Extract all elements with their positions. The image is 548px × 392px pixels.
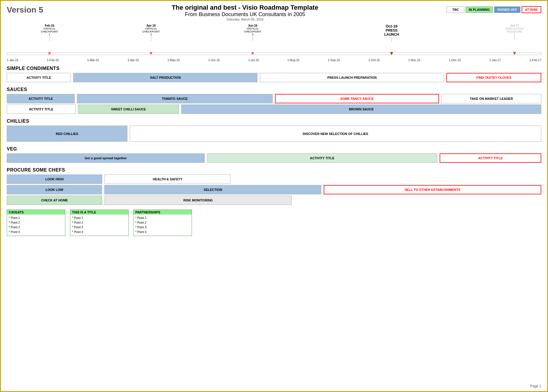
note-point: * Point 4: [72, 230, 127, 234]
activity-box[interactable]: FIND TASTEY CLOVES: [446, 73, 541, 82]
activity-box[interactable]: LOOK HIGH: [7, 174, 102, 184]
activity-box[interactable]: RED CHILLIES: [7, 126, 127, 142]
activity-box[interactable]: RISK MONITORING: [105, 196, 291, 205]
date-label: 1-Dec-16: [449, 59, 461, 62]
activity-box[interactable]: SOME FANCY SAUCE: [275, 94, 439, 103]
note-point: * Point 1: [9, 216, 63, 220]
activity-row: Get a good spread together ACTIVITY TITL…: [7, 153, 541, 163]
activity-box[interactable]: TOMATO SAUCE: [77, 94, 273, 103]
note-point: * Point 2: [135, 220, 190, 225]
section-sauces: SAUCES: [7, 87, 541, 92]
marker-x-2: ×: [150, 51, 152, 56]
activity-box[interactable]: SELECTION: [104, 185, 321, 194]
milestone-3: Jun-16 CRITICAL CHECKPOINT 3: [244, 24, 261, 41]
note-content: * Point 1 * Point 2 * Point 3 * Point 4: [7, 215, 65, 236]
milestone-5: Jan-17 SPECULATIVE MILESTONE: [506, 24, 523, 40]
activity-box[interactable]: ACTIVITY TITLE: [207, 153, 437, 163]
activity-row: ACTIVITY TITLE TOMATO SAUCE SOME FANCY S…: [7, 94, 541, 103]
date-label: 1-Nov-16: [408, 59, 420, 62]
milestone-2: Apr-16 CRITICAL CHECKPOINT 2: [142, 24, 160, 41]
note-header: THIS IS A TITLE: [70, 210, 128, 215]
note-caveats: CAVEATS * Point 1 * Point 2 * Point 3 * …: [7, 210, 65, 236]
note-header: PARTNERSHIPS: [134, 210, 192, 215]
timeline-bar: [7, 53, 541, 55]
date-label: 1-Sep-16: [328, 59, 340, 62]
note-point: * Point 1: [135, 216, 190, 220]
chillies-row: RED CHILLIES DISCOVER NEW SELECTION OF C…: [7, 126, 541, 142]
date-label: 1-Apr-16: [127, 59, 139, 62]
date-label: 1-Aug-16: [287, 59, 299, 62]
header-date: Saturday, March 05, 2016: [43, 18, 447, 21]
section-veg: VEG: [7, 146, 541, 152]
legend-risk: AT RISK: [522, 6, 541, 13]
header-center: The original and best - Visio Roadmap Te…: [43, 4, 447, 21]
note-point: * Point 3: [135, 225, 190, 230]
section-simple-condiments: SIMPLE CONDIMENTS: [7, 66, 541, 71]
activity-row: LOOK HIGH HEALTH & SAFETY: [7, 174, 541, 184]
header-title: The original and best - Visio Roadmap Te…: [43, 4, 447, 11]
note-content: * Point 1 * Point 2 * Point 3 * Point 4: [134, 215, 192, 236]
header: Version 5 The original and best - Visio …: [7, 4, 541, 21]
note-point: * Point 3: [72, 225, 127, 230]
legend-signed: SIGNED-OFF: [494, 6, 520, 13]
note-point: * Point 3: [9, 225, 63, 230]
note-point: * Point 2: [9, 220, 63, 225]
activity-row: ACTIVITY TITLE SALT PRODUCTION PRESS LAU…: [7, 73, 541, 82]
date-label: 1-Jan-17: [489, 59, 501, 62]
activity-row: LOOK LOW SELECTION SELL TO OTHER ESTABLI…: [7, 185, 541, 194]
activity-box[interactable]: TAKE ON MARKET LEADER: [441, 94, 541, 103]
notes-section: CAVEATS * Point 1 * Point 2 * Point 3 * …: [7, 210, 541, 236]
activity-box[interactable]: DISCOVER NEW SELECTION OF CHILLIES: [130, 126, 541, 142]
marker-x-3: ×: [251, 51, 254, 56]
activity-box[interactable]: CHECK AT HOME: [7, 196, 102, 205]
date-label: 1-Jun-16: [208, 59, 220, 62]
version-label: Version 5: [7, 4, 43, 15]
date-label: 1-Mar-16: [87, 59, 99, 62]
activity-box[interactable]: SALT PRODUCTION: [73, 73, 257, 82]
activity-row: CHECK AT HOME RISK MONITORING: [7, 196, 541, 205]
timeline-dates: 1-Jan-16 1-Feb-16 1-Mar-16 1-Apr-16 1-Ma…: [7, 59, 541, 62]
note-point: * Point 1: [72, 216, 127, 220]
date-label: 1-Feb-16: [47, 59, 59, 62]
activity-box[interactable]: ACTIVITY TITLE: [7, 73, 71, 82]
activity-box: [233, 174, 541, 184]
date-label: 1-Feb-17: [529, 59, 541, 62]
header-subtitle: From Business Documents UK Consultants i…: [43, 11, 447, 18]
note-point: * Point 2: [72, 220, 127, 225]
activity-box[interactable]: SELL TO OTHER ESTABLISHMENTS: [324, 185, 541, 194]
milestone-1: Feb-16 CRITICAL CHECKPOINT 1: [41, 24, 58, 41]
marker-x-1: ×: [48, 51, 51, 56]
note-title: THIS IS A TITLE * Point 1 * Point 2 * Po…: [70, 210, 129, 236]
activity-box[interactable]: ACTIVITY TITLE: [7, 105, 76, 114]
activity-box[interactable]: SWEET CHILLI SAUCE: [78, 105, 179, 114]
activity-box[interactable]: BROWN SAUCE: [181, 105, 541, 114]
activity-box[interactable]: ACTIVITY TITLE: [440, 153, 541, 163]
activity-box[interactable]: Get a good spread together: [7, 153, 205, 163]
note-content: * Point 1 * Point 2 * Point 3 * Point 4: [70, 215, 128, 236]
activity-box[interactable]: ACTIVITY TITLE: [7, 94, 75, 103]
legend-tbc: TBC: [447, 6, 464, 13]
date-label: 1-May-16: [167, 59, 180, 62]
date-label: 1-Jan-16: [7, 59, 18, 62]
section-chillies: CHILLIES: [7, 119, 541, 124]
activity-box[interactable]: HEALTH & SAFETY: [105, 174, 231, 184]
activity-box[interactable]: LOOK LOW: [7, 185, 102, 194]
legend-boxes: TBC IN PLANNING SIGNED-OFF AT RISK: [447, 4, 541, 13]
date-label: 1-Jul-16: [248, 59, 259, 62]
note-partnerships: PARTNERSHIPS * Point 1 * Point 2 * Point…: [133, 210, 192, 236]
marker-arrow-1: ▼: [389, 50, 394, 57]
marker-arrow-2: ▼: [512, 50, 517, 57]
note-point: * Point 4: [9, 230, 63, 234]
date-label: 1-Oct-16: [368, 59, 380, 62]
page-number: Page 1: [530, 384, 541, 388]
legend-planning: IN PLANNING: [465, 6, 493, 13]
timeline-section: Feb-16 CRITICAL CHECKPOINT 1 Apr-16 CRIT…: [7, 24, 541, 62]
activity-box[interactable]: PRESS LAUNCH PREPARATION: [260, 73, 444, 82]
note-header: CAVEATS: [7, 210, 65, 215]
activity-box: [294, 196, 541, 205]
section-procure: PROCURE SOME CHEFS: [7, 167, 541, 173]
timeline-bar-container: × × × ▼ ▼: [7, 50, 541, 59]
milestone-4: Oct-16 PRESS LAUNCH: [384, 24, 399, 42]
activity-row: ACTIVITY TITLE SWEET CHILLI SAUCE BROWN …: [7, 105, 541, 114]
note-point: * Point 4: [135, 230, 190, 234]
